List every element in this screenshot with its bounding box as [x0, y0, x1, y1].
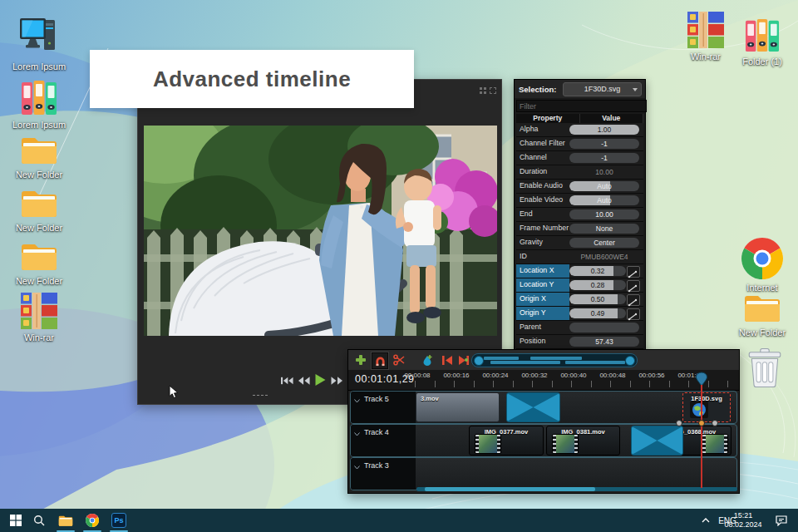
- keyframe-button[interactable]: [627, 308, 640, 320]
- filter-input[interactable]: [516, 100, 647, 112]
- track-header[interactable]: Track 5: [351, 392, 416, 423]
- taskbar-file-explorer[interactable]: [53, 509, 78, 532]
- desktop-icon-folder-3[interactable]: New Folder: [4, 241, 74, 287]
- value-slider[interactable]: Auto: [569, 195, 639, 205]
- value-pill[interactable]: 57.43: [569, 337, 639, 347]
- fast-forward-button[interactable]: [331, 374, 343, 389]
- playhead-line[interactable]: [701, 385, 702, 488]
- chevron-down-icon[interactable]: [354, 463, 360, 471]
- skip-start-button[interactable]: [281, 374, 293, 389]
- timeline-clip[interactable]: IMG_0381.mov: [546, 426, 620, 456]
- track-row[interactable]: 3.mov 1F30D.svg Track 5: [350, 391, 737, 424]
- selection-dropdown[interactable]: 1F30D.svg: [563, 82, 642, 96]
- timeline-clip[interactable]: IMG_0377.mov: [469, 426, 544, 456]
- property-row-keyframed[interactable]: Location X0.32: [516, 264, 643, 278]
- value-slider[interactable]: Auto: [569, 181, 639, 191]
- split-scissors-icon[interactable]: [392, 352, 406, 367]
- value-slider[interactable]: 0.49: [569, 308, 626, 318]
- video-preview[interactable]: [144, 126, 497, 336]
- taskbar-photoshop[interactable]: Ps: [106, 509, 131, 532]
- desktop-icon-folder-2[interactable]: New Folder: [4, 188, 74, 234]
- property-row[interactable]: GravityCenter: [516, 236, 643, 250]
- property-row-keyframed[interactable]: Origin X0.50: [516, 293, 643, 307]
- track-header[interactable]: Track 4: [351, 425, 416, 456]
- transition-clip[interactable]: [631, 426, 683, 456]
- property-row[interactable]: Duration10.00: [516, 165, 643, 180]
- resize-handle[interactable]: [253, 395, 268, 396]
- timeline-clip[interactable]: 3.mov: [416, 392, 500, 422]
- overview-handle-left[interactable]: [474, 356, 484, 366]
- filter-droplet-button[interactable]: [420, 352, 435, 367]
- property-row[interactable]: IDPMUB600WE4: [516, 250, 643, 264]
- property-row[interactable]: End10.00: [516, 208, 643, 222]
- property-row[interactable]: Enable AudioAuto: [516, 180, 643, 194]
- track-row[interactable]: IMG_0377.mov IMG_0381.mov IMG_0368.mov T…: [350, 424, 737, 457]
- value-pill[interactable]: None: [569, 224, 639, 234]
- chevron-up-icon: [702, 518, 710, 523]
- track-row[interactable]: Track 3: [350, 457, 737, 490]
- chevron-down-icon[interactable]: [354, 397, 360, 405]
- taskbar-chrome[interactable]: [80, 509, 105, 532]
- desktop-icon-folder1-binders[interactable]: Folder (1): [727, 18, 797, 67]
- window-maximize-icon[interactable]: [490, 82, 496, 89]
- value-slider[interactable]: 0.50: [569, 294, 626, 304]
- scrollbar-thumb[interactable]: [425, 487, 595, 491]
- track-header[interactable]: Track 3: [351, 458, 416, 490]
- keyframe-dot[interactable]: [698, 420, 705, 426]
- property-row[interactable]: Channel Filter-1: [516, 137, 643, 151]
- desktop-icon-computer[interactable]: Lorem Ipsum: [4, 15, 74, 72]
- timeline-clip-selected[interactable]: 1F30D.svg: [682, 392, 731, 422]
- chevron-down-icon[interactable]: [354, 430, 360, 438]
- property-row[interactable]: Parent: [516, 321, 643, 335]
- keyframe-button[interactable]: [627, 266, 640, 278]
- value-pill[interactable]: Center: [569, 238, 639, 248]
- property-row-keyframed[interactable]: Location Y0.28: [516, 278, 643, 293]
- play-button[interactable]: [314, 373, 327, 390]
- property-row[interactable]: Channel Mapping-1: [516, 151, 643, 165]
- keyframe-button[interactable]: [627, 280, 640, 292]
- next-marker-button[interactable]: [456, 352, 471, 367]
- desktop-icon-recycle-bin[interactable]: [730, 347, 798, 392]
- desktop-icon-winrar-left[interactable]: Win-rar: [4, 293, 74, 343]
- globe-thumbnail: [690, 401, 708, 420]
- value-pill[interactable]: 10.00: [569, 209, 639, 219]
- value-slider[interactable]: 0.28: [569, 280, 626, 290]
- value-pill[interactable]: -1: [569, 153, 639, 163]
- overview-handle-right[interactable]: [625, 356, 635, 366]
- append-button[interactable]: [353, 352, 368, 367]
- transition-clip[interactable]: [506, 392, 560, 422]
- window-float-icon[interactable]: [480, 82, 486, 89]
- property-row[interactable]: Position57.43: [516, 335, 643, 349]
- value-pill[interactable]: [569, 323, 639, 332]
- desktop-icon-binders[interactable]: Lorem Ipsum: [4, 80, 74, 131]
- timeline-overview-slider[interactable]: [471, 353, 638, 367]
- notification-icon: [776, 515, 787, 526]
- property-row[interactable]: Enable VideoAuto: [516, 194, 643, 208]
- timeline-ruler[interactable]: 00:01:01,29 00:00:08 00:00:16 00:00:24 0…: [348, 370, 739, 391]
- value-slider[interactable]: 1.00: [569, 125, 639, 135]
- keyframe-dot[interactable]: [712, 420, 718, 426]
- desktop-icon-folder-1[interactable]: New Folder: [4, 135, 74, 180]
- snap-toggle-button[interactable]: [372, 352, 388, 369]
- action-center-button[interactable]: [771, 509, 791, 532]
- desktop-icon-folder-right[interactable]: New Folder: [727, 293, 797, 338]
- start-button[interactable]: [4, 509, 27, 532]
- property-row[interactable]: Alpha1.00: [516, 123, 643, 137]
- prev-marker-button[interactable]: [440, 352, 455, 367]
- computer-icon: [20, 15, 58, 62]
- timeline-scrollbar[interactable]: [416, 487, 737, 491]
- desktop-icon-internet[interactable]: Internet: [727, 238, 797, 293]
- tray-chevron-button[interactable]: [697, 509, 715, 532]
- icon-label: New Folder: [4, 224, 74, 234]
- value-slider[interactable]: 0.32: [569, 266, 626, 276]
- value-pill[interactable]: -1: [569, 139, 639, 149]
- property-row-keyframed[interactable]: Origin Y0.49: [516, 307, 643, 321]
- property-row[interactable]: Frame NumberNone: [516, 222, 643, 236]
- ruler-label: 00:00:56: [632, 372, 672, 379]
- taskbar-clock[interactable]: 15:21 08.02.2024: [717, 511, 770, 530]
- keyframe-dot[interactable]: [676, 420, 682, 426]
- keyframe-button[interactable]: [627, 294, 640, 306]
- rewind-button[interactable]: [298, 374, 310, 389]
- ruler-label: 00:00:48: [593, 372, 633, 379]
- search-button[interactable]: [27, 509, 51, 532]
